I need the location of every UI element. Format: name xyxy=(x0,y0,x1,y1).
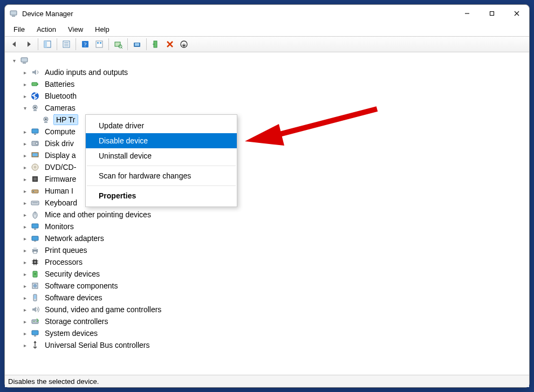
chevron-right-icon[interactable]: ▸ xyxy=(21,80,29,88)
mouse-icon xyxy=(31,210,39,219)
tree-category-label: Security devices xyxy=(43,269,102,279)
chevron-right-icon[interactable]: ▸ xyxy=(21,128,29,135)
chevron-right-icon[interactable]: ▸ xyxy=(21,175,29,183)
tree-category[interactable]: ▸ Processors xyxy=(20,256,529,268)
chevron-right-icon[interactable]: ▸ xyxy=(21,199,29,207)
svg-rect-7 xyxy=(44,41,47,47)
toolbar: ? xyxy=(5,36,529,52)
forward-button[interactable] xyxy=(22,38,35,51)
tree-category[interactable]: ▸ Print queues xyxy=(20,244,529,256)
chevron-right-icon[interactable]: ▸ xyxy=(21,318,29,325)
tree-category-label: Compute xyxy=(43,127,78,136)
svg-rect-76 xyxy=(34,295,36,299)
tree-category-label: Bluetooth xyxy=(43,91,79,101)
tree-category-label: Universal Serial Bus controllers xyxy=(43,340,152,350)
tree-category[interactable]: ▸ Bluetooth xyxy=(20,90,529,102)
statusbar-text: Disables the selected device. xyxy=(8,377,99,386)
close-button[interactable] xyxy=(504,5,529,22)
svg-point-74 xyxy=(35,285,36,286)
tree-root-node[interactable]: ▾ xyxy=(9,54,529,66)
menu-file[interactable]: File xyxy=(8,24,30,35)
tree-category[interactable]: ▸ Storage controllers xyxy=(20,315,529,327)
chevron-right-icon[interactable]: ▸ xyxy=(21,258,29,266)
tree-category-label: Human I xyxy=(43,186,76,196)
chevron-right-icon[interactable]: ▸ xyxy=(21,211,29,218)
device-tree-area[interactable]: ▾ ▸ Audio inputs and outputs ▸ Batteries… xyxy=(5,52,529,375)
tree-category[interactable]: ▾ Cameras xyxy=(20,102,529,114)
context-menu-item[interactable]: Update driver xyxy=(86,118,237,133)
tree-category[interactable]: ▸ Audio inputs and outputs xyxy=(20,66,529,78)
uninstall-device-button[interactable] xyxy=(177,38,190,51)
toolbar-separator xyxy=(57,38,57,50)
tree-category-label: Processors xyxy=(43,257,85,267)
disk-icon xyxy=(31,139,39,148)
maximize-button[interactable] xyxy=(480,5,504,22)
tree-category[interactable]: ▸ Security devices xyxy=(20,268,529,280)
chevron-right-icon[interactable]: ▸ xyxy=(21,163,29,171)
cpu-icon xyxy=(31,258,39,266)
context-menu-item[interactable]: Uninstall device xyxy=(86,148,237,163)
tree-category[interactable]: ▸ Network adapters xyxy=(20,232,529,244)
tree-category[interactable]: ▸ Software devices xyxy=(20,292,529,304)
chevron-right-icon[interactable]: ▸ xyxy=(21,68,29,76)
webcam-icon xyxy=(42,115,50,124)
chevron-down-icon[interactable]: ▾ xyxy=(10,57,18,64)
tree-category-label: DVD/CD- xyxy=(43,162,78,172)
chevron-right-icon[interactable]: ▸ xyxy=(21,152,29,159)
tree-category-label: Monitors xyxy=(43,222,76,231)
menu-action[interactable]: Action xyxy=(31,24,61,35)
softdev-icon xyxy=(31,293,39,302)
context-menu-item[interactable]: Properties xyxy=(86,188,237,203)
tree-category[interactable]: ▸ Batteries xyxy=(20,78,529,90)
context-menu-item[interactable]: Disable device xyxy=(86,133,237,148)
tree-category[interactable]: ▸ Sound, video and game controllers xyxy=(20,304,529,315)
tree-category[interactable]: ▸ System devices xyxy=(20,327,529,339)
tree-category[interactable]: ▸ Universal Serial Bus controllers xyxy=(20,339,529,351)
chevron-down-icon[interactable]: ▾ xyxy=(21,104,29,112)
chevron-right-icon[interactable]: ▸ xyxy=(21,187,29,195)
svg-rect-27 xyxy=(23,63,26,64)
svg-rect-26 xyxy=(21,58,28,62)
svg-rect-21 xyxy=(135,43,139,46)
update-driver-button[interactable] xyxy=(131,38,143,51)
svg-rect-0 xyxy=(10,11,17,15)
svg-rect-61 xyxy=(34,261,36,263)
back-button[interactable] xyxy=(8,38,21,51)
properties-button[interactable] xyxy=(60,38,73,51)
tree-category-label: Network adapters xyxy=(43,233,106,243)
chevron-right-icon[interactable]: ▸ xyxy=(21,223,29,230)
chevron-right-icon[interactable]: ▸ xyxy=(21,294,29,301)
chevron-right-icon[interactable]: ▸ xyxy=(21,235,29,242)
disable-device-button[interactable] xyxy=(163,38,176,51)
tree-category-label: Disk driv xyxy=(43,139,76,148)
camera-icon xyxy=(31,104,39,112)
chevron-right-icon[interactable]: ▸ xyxy=(21,282,29,290)
network-icon xyxy=(31,234,39,243)
menu-view[interactable]: View xyxy=(63,24,88,35)
show-hide-tree-button[interactable] xyxy=(41,38,54,51)
svg-point-48 xyxy=(33,191,34,192)
svg-point-71 xyxy=(35,273,36,275)
chevron-right-icon[interactable]: ▸ xyxy=(21,92,29,100)
display-icon xyxy=(31,151,39,160)
tree-category[interactable]: ▸ Software components xyxy=(20,280,529,292)
chevron-right-icon[interactable]: ▸ xyxy=(21,306,29,313)
menu-help[interactable]: Help xyxy=(90,24,115,35)
toolbar-separator xyxy=(76,38,76,50)
chevron-right-icon[interactable]: ▸ xyxy=(21,270,29,278)
action-button[interactable] xyxy=(93,38,106,51)
help-button[interactable]: ? xyxy=(79,38,92,51)
context-menu-item[interactable]: Scan for hardware changes xyxy=(86,168,237,183)
tree-category-label: Audio inputs and outputs xyxy=(43,67,130,77)
minimize-button[interactable] xyxy=(455,5,480,22)
chevron-right-icon[interactable]: ▸ xyxy=(21,246,29,254)
tree-category[interactable]: ▸ Monitors xyxy=(20,221,529,232)
enable-device-button[interactable] xyxy=(149,38,162,51)
chevron-right-icon[interactable]: ▸ xyxy=(21,329,29,337)
statusbar: Disables the selected device. xyxy=(5,375,529,387)
tree-category-label: Print queues xyxy=(43,245,90,255)
chevron-right-icon[interactable]: ▸ xyxy=(21,341,29,349)
scan-hardware-button[interactable] xyxy=(112,38,125,51)
tree-category[interactable]: ▸ Mice and other pointing devices xyxy=(20,209,529,221)
chevron-right-icon[interactable]: ▸ xyxy=(21,140,29,147)
